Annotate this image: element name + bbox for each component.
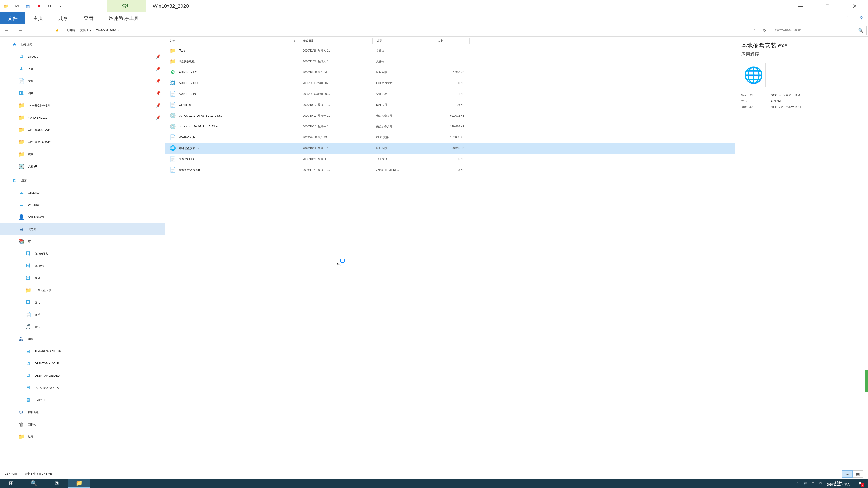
- nav-up-button[interactable]: ↑: [37, 24, 51, 37]
- chevron-right-icon[interactable]: ›: [77, 29, 78, 32]
- tree-lib-saved-pictures[interactable]: 🖼保存的图片: [0, 248, 165, 260]
- tree-this-pc[interactable]: 🖥此电脑: [0, 223, 165, 235]
- tree-folder-excel[interactable]: 📁excel表格制作求和📌: [0, 99, 165, 111]
- file-row[interactable]: 📄光盘说明.TXT2016/10/23, 星期日 0...TXT 文件5 KB: [165, 154, 735, 164]
- context-tab-manage[interactable]: 管理: [107, 0, 147, 12]
- tree-network-computer[interactable]: 🖥DESKTOP-LSSOEDP: [0, 369, 165, 382]
- tree-lib-pictures[interactable]: 🖼图片: [0, 296, 165, 308]
- breadcrumb-segment[interactable]: 文档 (E:): [80, 29, 91, 32]
- breadcrumb-segment[interactable]: 此电脑: [67, 29, 75, 32]
- file-row[interactable]: 📁U盘安装教程2020/12/26, 星期六 1...文件夹: [165, 56, 735, 67]
- tree-lib-music[interactable]: 🎵音乐: [0, 321, 165, 333]
- ribbon-collapse-button[interactable]: ˅: [841, 12, 855, 24]
- file-row[interactable]: 💿pe_yqs_xp_20_07_31_15_53.iso2020/10/12,…: [165, 121, 735, 132]
- column-header-date[interactable]: 修改日期: [299, 39, 372, 43]
- file-row[interactable]: 💿pe_yqs_1032_20_07_31_16_04.iso2020/10/1…: [165, 110, 735, 121]
- tree-network-computer[interactable]: 🖥PC-20190530OBLA: [0, 382, 165, 394]
- file-row[interactable]: 📄AUTORUN.INF2015/5/10, 星期日 02...安装信息1 KB: [165, 89, 735, 99]
- tray-action-center[interactable]: 💬2: [855, 479, 865, 488]
- tree-desktop[interactable]: 🖥Desktop📌: [0, 51, 165, 63]
- tree-documents[interactable]: 📄文档📌: [0, 75, 165, 87]
- file-row[interactable]: 📄硬盘安装教程.html2016/11/21, 星期一 2...360 se H…: [165, 164, 735, 175]
- tree-quick-access[interactable]: ★快速访问: [0, 38, 165, 51]
- taskbar-file-explorer[interactable]: 📁: [68, 479, 90, 488]
- tree-onedrive[interactable]: ☁OneDrive: [0, 187, 165, 199]
- tree-folder-software[interactable]: 📁软件: [0, 431, 165, 443]
- chevron-right-icon[interactable]: ›: [93, 29, 94, 32]
- file-row[interactable]: 🌐本地硬盘安装.exe2020/10/12, 星期一 1...应用程序28,31…: [165, 143, 735, 154]
- column-header-type[interactable]: 类型: [373, 39, 433, 43]
- tree-recycle-bin[interactable]: 🗑回收站: [0, 418, 165, 431]
- window-maximize-button[interactable]: ▢: [814, 0, 841, 12]
- address-dropdown-button[interactable]: ˅: [749, 26, 758, 35]
- taskbar[interactable]: ⊞ 🔍 ⧉ 📁 ˄ 🔊 中 ✉ 15:12 2020/12/26, 星期六 💬2: [0, 479, 868, 488]
- view-details-button[interactable]: ≡: [842, 470, 852, 478]
- tree-lib-documents[interactable]: 📄文档: [0, 308, 165, 321]
- window-close-button[interactable]: ✕: [841, 0, 868, 12]
- nav-back-button[interactable]: ←: [0, 24, 13, 37]
- file-list[interactable]: 📁Tools2020/12/26, 星期六 1...文件夹📁U盘安装教程2020…: [165, 45, 735, 175]
- tree-folder-yunqishi[interactable]: 📁YUNQISHI2019📌: [0, 111, 165, 124]
- nav-history-dropdown[interactable]: ˅: [27, 24, 37, 37]
- ribbon-tab-apptools[interactable]: 应用程序工具: [101, 12, 147, 24]
- tray-overflow-button[interactable]: ˄: [797, 482, 798, 485]
- tray-mail-icon[interactable]: ✉: [819, 482, 822, 485]
- start-button[interactable]: ⊞: [0, 479, 23, 488]
- tree-drive-doc-e[interactable]: 💽文档 (E:): [0, 160, 165, 173]
- tray-ime-indicator[interactable]: 中: [812, 482, 814, 485]
- search-icon[interactable]: 🔍: [858, 28, 864, 33]
- tray-volume-icon[interactable]: 🔊: [803, 482, 807, 485]
- tree-network-computer[interactable]: 🖥1H4WPFQ7KZ8HU82: [0, 345, 165, 357]
- tree-libraries[interactable]: 📚库: [0, 235, 165, 248]
- qat-delete-icon[interactable]: ✕: [33, 3, 44, 9]
- nav-tree[interactable]: ★快速访问 🖥Desktop📌 ⬇下载📌 📄文档📌 🖼图片📌 📁excel表格制…: [0, 37, 165, 469]
- tree-folder-win10-64[interactable]: 📁win10重装64位win10: [0, 136, 165, 148]
- ribbon-tab-view[interactable]: 查看: [76, 12, 101, 24]
- tree-network-computer[interactable]: 🖥DESKTOP-HL0PLFL: [0, 357, 165, 369]
- column-header-size[interactable]: 大小: [433, 39, 469, 43]
- qat-customize-dropdown[interactable]: ▾: [55, 3, 66, 9]
- tree-network-computer[interactable]: 🖥ZMT2019: [0, 394, 165, 406]
- file-row[interactable]: 📁Tools2020/12/26, 星期六 1...文件夹: [165, 45, 735, 56]
- tree-lib-videos[interactable]: 🎞视频: [0, 272, 165, 284]
- column-headers[interactable]: 名称▲ 修改日期 类型 大小: [165, 37, 735, 45]
- view-large-icons-button[interactable]: ▦: [852, 470, 863, 478]
- file-row[interactable]: ⚙AUTORUN.EXE2016/1/8, 星期五 04:...应用程序1,92…: [165, 67, 735, 78]
- window-minimize-button[interactable]: —: [786, 0, 814, 12]
- tree-downloads[interactable]: ⬇下载📌: [0, 63, 165, 75]
- ribbon-help-button[interactable]: ?: [855, 12, 868, 24]
- address-refresh-button[interactable]: ⟳: [760, 26, 769, 35]
- column-header-name[interactable]: 名称▲: [165, 39, 299, 43]
- qat-folder-icon[interactable]: 📁: [1, 3, 11, 9]
- chevron-right-icon[interactable]: ›: [64, 29, 64, 32]
- qat-properties-icon[interactable]: ☑: [12, 3, 22, 9]
- chevron-right-icon[interactable]: ›: [118, 29, 119, 32]
- tree-lib-tianyi[interactable]: 📁天翼云盘下载: [0, 284, 165, 296]
- tree-desktop-root[interactable]: 🖥桌面: [0, 174, 165, 187]
- tree-folder-win10-32[interactable]: 📁win10重装32位win10: [0, 124, 165, 136]
- nav-forward-button[interactable]: →: [13, 24, 27, 37]
- tree-network[interactable]: 🖧网络: [0, 333, 165, 345]
- file-row[interactable]: 📄Config.dat2020/10/12, 星期一 1...DAT 文件36 …: [165, 99, 735, 110]
- edge-tab-indicator[interactable]: [865, 369, 868, 392]
- task-view-button[interactable]: ⧉: [45, 479, 68, 488]
- column-resize-handle[interactable]: [469, 38, 470, 44]
- tree-user-admin[interactable]: 👤Administrator: [0, 211, 165, 223]
- tree-pictures[interactable]: 🖼图片📌: [0, 87, 165, 99]
- breadcrumb[interactable]: 🖥 › 此电脑 › 文档 (E:) › Win10x32_2020 ›: [52, 26, 748, 35]
- ribbon-tab-file[interactable]: 文件: [0, 12, 25, 24]
- tree-control-panel[interactable]: ⚙控制面板: [0, 406, 165, 418]
- file-row[interactable]: 🖼AUTORUN.ICO2015/5/10, 星期日 02...ICO 图片文件…: [165, 78, 735, 89]
- breadcrumb-segment[interactable]: Win10x32_2020: [96, 29, 116, 32]
- qat-new-folder-icon[interactable]: ▦: [23, 3, 33, 9]
- ribbon-tab-home[interactable]: 主页: [25, 12, 51, 24]
- tree-lib-local-pictures[interactable]: 🖼本机照片: [0, 260, 165, 272]
- qat-undo-icon[interactable]: ↺: [44, 3, 55, 9]
- tree-folder-huguan[interactable]: 📁虎观: [0, 148, 165, 160]
- taskbar-search-button[interactable]: 🔍: [23, 479, 45, 488]
- ribbon-tab-share[interactable]: 共享: [51, 12, 76, 24]
- file-row[interactable]: 📄Win10x32.gho2019/9/7, 星期六 19:...GHO 文件3…: [165, 132, 735, 143]
- tree-wps[interactable]: ☁WPS网盘: [0, 199, 165, 211]
- search-input[interactable]: 搜索"Win10x32_2020" 🔍: [771, 26, 867, 35]
- tray-clock[interactable]: 15:12 2020/12/26, 星期六: [827, 480, 850, 486]
